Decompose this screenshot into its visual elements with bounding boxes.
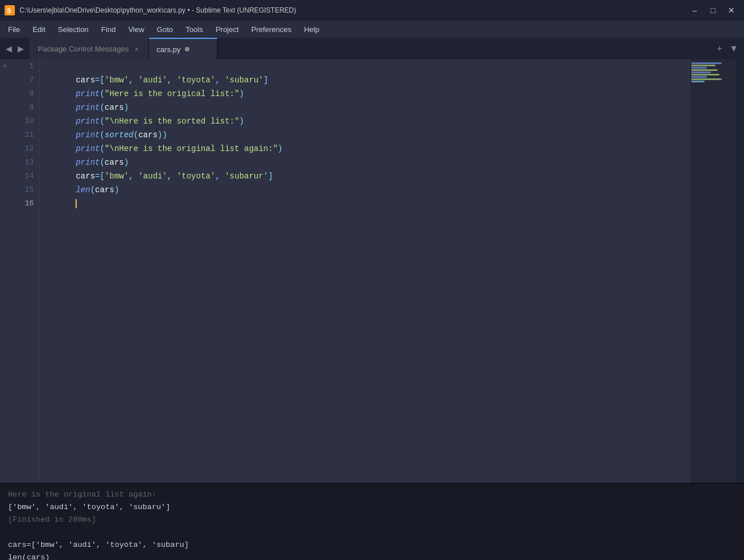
editor-container: ▼ 1 7 8 9 10 11 12 13 <box>0 59 744 483</box>
code-line-10: print("\nHere is the sorted list:") <box>47 101 690 114</box>
code-line-7: cars=['bmw', 'audi', 'toyota', 'subaru'] <box>47 59 690 73</box>
menu-view[interactable]: View <box>122 23 150 36</box>
mini-line-3 <box>691 67 707 69</box>
menu-project[interactable]: Project <box>210 23 244 36</box>
gutter-line-14: 14 <box>0 169 39 183</box>
tab-unsaved-dot <box>185 47 189 51</box>
menu-selection[interactable]: Selection <box>52 23 94 36</box>
gutter-line-8: 8 <box>0 87 39 101</box>
line-number-16: 16 <box>10 197 39 211</box>
title-controls: – □ ✕ <box>687 2 739 18</box>
mini-line-10 <box>691 83 696 85</box>
tabs-container: Package Control Messages × cars.py <box>30 38 711 59</box>
line-number-gutter: ▼ 1 7 8 9 10 11 12 13 <box>0 59 40 483</box>
fold-col-14 <box>0 169 10 183</box>
tab-cars-py-label: cars.py <box>157 45 181 54</box>
output-line-1: Here is the original list again: <box>8 488 736 501</box>
fold-col-9 <box>0 101 10 114</box>
mini-line-6 <box>691 74 719 76</box>
output-line-6: len(cars) <box>8 551 736 560</box>
text-cursor <box>76 199 77 208</box>
fold-col-8 <box>0 87 10 101</box>
tab-package-control-label: Package Control Messages <box>38 45 129 53</box>
menu-tools[interactable]: Tools <box>180 23 208 36</box>
line-number-8: 8 <box>10 87 39 101</box>
fold-col-13 <box>0 156 10 169</box>
line-number-1: 1 <box>10 59 39 73</box>
minimap-content <box>690 59 736 88</box>
tab-package-control[interactable]: Package Control Messages × <box>30 38 149 59</box>
title-text: C:\Users\ejbla\OneDrive\Desktop\python_w… <box>19 6 296 14</box>
menu-goto[interactable]: Goto <box>151 23 179 36</box>
tab-cars-py[interactable]: cars.py <box>149 38 217 59</box>
menu-preferences[interactable]: Preferences <box>246 23 297 36</box>
gutter-line-1: ▼ 1 <box>0 59 39 73</box>
gutter-line-10: 10 <box>0 114 39 128</box>
code-editor[interactable]: cars=['bmw', 'audi', 'toyota', 'subaru']… <box>40 59 690 483</box>
menu-find[interactable]: Find <box>96 23 121 36</box>
mini-line-8 <box>691 78 722 80</box>
output-line-5: cars=['bmw', 'audi', 'toyota', 'subaru] <box>8 539 736 551</box>
output-line-4 <box>8 526 736 539</box>
code-line-16 <box>47 183 690 197</box>
line-number-9: 9 <box>10 101 39 114</box>
tab-nav-next[interactable]: ▶ <box>15 43 26 54</box>
new-tab-button[interactable]: + <box>715 43 725 54</box>
fold-col-7 <box>0 73 10 87</box>
gutter-line-11: 11 <box>0 128 39 142</box>
output-line-2: ['bmw', 'audi', 'toyota', 'subaru'] <box>8 501 736 514</box>
gutter-line-7: 7 <box>0 73 39 87</box>
line-number-15: 15 <box>10 183 39 197</box>
output-panel: Here is the original list again: ['bmw',… <box>0 483 744 560</box>
tab-bar: ◀ ▶ Package Control Messages × cars.py +… <box>0 38 744 59</box>
close-button[interactable]: ✕ <box>723 2 739 18</box>
line-number-14: 14 <box>10 169 39 183</box>
fold-col-12 <box>0 142 10 156</box>
minimize-button[interactable]: – <box>687 2 703 18</box>
tab-package-control-close[interactable]: × <box>133 45 140 53</box>
gutter-line-16: 16 <box>0 197 39 211</box>
vertical-scrollbar[interactable] <box>736 59 744 483</box>
app-icon: S <box>5 5 15 15</box>
line-number-13: 13 <box>10 156 39 169</box>
code-line-14: cars=['bmw', 'audi', 'toyota', 'subarur'… <box>47 156 690 169</box>
menu-help[interactable]: Help <box>298 23 325 36</box>
title-left: S C:\Users\ejbla\OneDrive\Desktop\python… <box>5 5 296 15</box>
mini-line-5 <box>691 72 711 73</box>
output-line-3: [Finished in 280ms] <box>8 514 736 526</box>
line-number-12: 12 <box>10 142 39 156</box>
tab-right-btns: + ▼ <box>711 38 744 59</box>
tab-nav: ◀ ▶ <box>0 38 30 59</box>
minimap[interactable] <box>690 59 736 483</box>
maximize-button[interactable]: □ <box>705 2 721 18</box>
line-number-7: 7 <box>10 73 39 87</box>
menu-edit[interactable]: Edit <box>27 23 51 36</box>
mini-line-7 <box>691 76 707 78</box>
fold-col-15 <box>0 183 10 197</box>
mini-line-1 <box>691 62 722 64</box>
gutter-line-13: 13 <box>0 156 39 169</box>
gutter-line-12: 12 <box>0 142 39 156</box>
fold-col-10 <box>0 114 10 128</box>
fold-col-16 <box>0 197 10 211</box>
title-bar: S C:\Users\ejbla\OneDrive\Desktop\python… <box>0 0 744 21</box>
svg-text:S: S <box>7 7 11 15</box>
line-number-10: 10 <box>10 114 39 128</box>
mini-line-2 <box>691 65 715 66</box>
menu-bar: File Edit Selection Find View Goto Tools… <box>0 21 744 38</box>
mini-line-4 <box>691 69 718 71</box>
mini-line-9 <box>691 81 705 82</box>
tab-nav-prev[interactable]: ◀ <box>3 43 14 54</box>
gutter-line-9: 9 <box>0 101 39 114</box>
fold-col-11 <box>0 128 10 142</box>
tab-list-button[interactable]: ▼ <box>727 43 741 54</box>
gutter-line-15: 15 <box>0 183 39 197</box>
fold-indicator-1[interactable]: ▼ <box>0 59 10 73</box>
menu-file[interactable]: File <box>2 23 26 36</box>
line-number-11: 11 <box>10 128 39 142</box>
